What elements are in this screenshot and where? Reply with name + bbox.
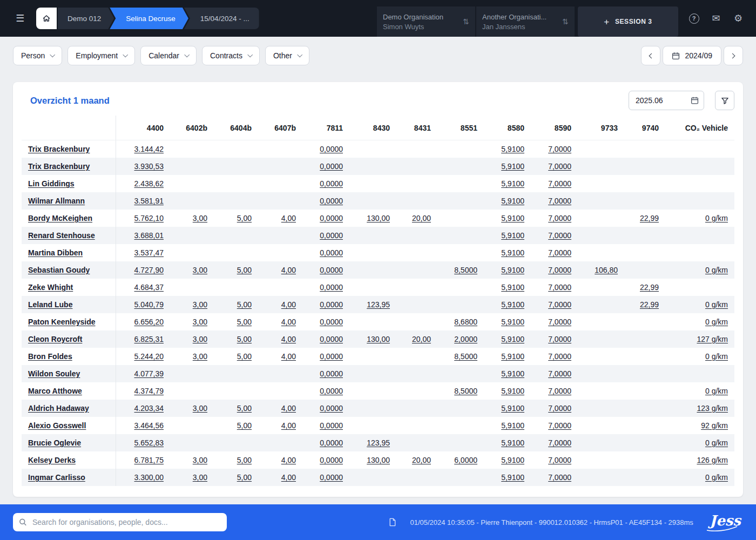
cell-value-link[interactable]: 2,0000 xyxy=(454,335,477,343)
cell-value-link[interactable]: 5,9100 xyxy=(501,283,524,292)
cell-value-link[interactable]: 4,00 xyxy=(281,352,296,361)
cell-value-link[interactable]: 123 g/km xyxy=(697,404,728,413)
settings-button[interactable]: ⚙ xyxy=(732,12,745,25)
cell-value-link[interactable]: 4.684,37 xyxy=(134,283,164,292)
cell-value-link[interactable]: 5,9100 xyxy=(501,456,524,464)
breadcrumb-tab-15-04-2024[interactable]: 15/04/2024 - ... xyxy=(184,8,259,29)
cell-value-link[interactable]: 3.144,42 xyxy=(134,145,164,153)
row-name-link[interactable]: Leland Lube xyxy=(28,300,72,309)
cell-value-link[interactable]: 5,9100 xyxy=(501,231,524,240)
cell-value-link[interactable]: 4,00 xyxy=(281,421,296,430)
row-name-link[interactable]: Cleon Roycroft xyxy=(28,335,82,343)
cell-value-link[interactable]: 6.825,31 xyxy=(134,335,164,343)
cell-value-link[interactable]: 3.688,01 xyxy=(134,231,164,240)
cell-value-link[interactable]: 5,00 xyxy=(237,335,252,343)
cell-value-link[interactable]: 7,0000 xyxy=(548,231,571,240)
cell-value-link[interactable]: 7,0000 xyxy=(548,214,571,222)
cell-value-link[interactable]: 8,5000 xyxy=(454,387,477,395)
cell-value-link[interactable]: 20,00 xyxy=(412,456,431,464)
cell-value-link[interactable]: 3,00 xyxy=(193,456,207,464)
cell-value-link[interactable]: 22,99 xyxy=(640,214,659,222)
cell-value-link[interactable]: 7,0000 xyxy=(548,300,571,309)
row-name-link[interactable]: Bron Foldes xyxy=(28,352,72,361)
cell-value-link[interactable]: 123,95 xyxy=(367,300,390,309)
cell-value-link[interactable]: 4.077,39 xyxy=(134,369,164,378)
cell-value-link[interactable]: 0 g/km xyxy=(705,318,728,326)
cell-value-link[interactable]: 0,0000 xyxy=(320,179,343,188)
cell-value-link[interactable]: 5,00 xyxy=(237,421,252,430)
cell-value-link[interactable]: 5,00 xyxy=(237,404,252,413)
cell-value-link[interactable]: 7,0000 xyxy=(548,456,571,464)
row-name-link[interactable]: Brucie Oglevie xyxy=(28,438,81,447)
cell-value-link[interactable]: 7,0000 xyxy=(548,387,571,395)
cell-value-link[interactable]: 8,6800 xyxy=(454,318,477,326)
cell-value-link[interactable]: 3.930,53 xyxy=(134,162,164,171)
cell-value-link[interactable]: 6.781,75 xyxy=(134,456,164,464)
cell-value-link[interactable]: 0,0000 xyxy=(320,335,343,343)
row-name-link[interactable]: Wilmar Allmann xyxy=(28,197,85,205)
cell-value-link[interactable]: 22,99 xyxy=(640,300,659,309)
cell-value-link[interactable]: 7,0000 xyxy=(548,145,571,153)
cell-value-link[interactable]: 5,9100 xyxy=(501,214,524,222)
cell-value-link[interactable]: 7,0000 xyxy=(548,369,571,378)
row-name-link[interactable]: Aldrich Hadaway xyxy=(28,404,89,413)
cell-value-link[interactable]: 5,9100 xyxy=(501,335,524,343)
cell-value-link[interactable]: 5,00 xyxy=(237,318,252,326)
cell-value-link[interactable]: 5,9100 xyxy=(501,179,524,188)
menu-other[interactable]: Other xyxy=(265,46,309,65)
cell-value-link[interactable]: 5,9100 xyxy=(501,145,524,153)
cell-value-link[interactable]: 106,80 xyxy=(595,266,618,274)
breadcrumb-tab-selina-decruse[interactable]: Selina Decruse xyxy=(110,8,188,29)
cell-value-link[interactable]: 0,0000 xyxy=(320,197,343,205)
cell-value-link[interactable]: 0,0000 xyxy=(320,248,343,257)
cell-value-link[interactable]: 5,9100 xyxy=(501,318,524,326)
cell-value-link[interactable]: 0 g/km xyxy=(705,473,728,482)
cell-value-link[interactable]: 0,0000 xyxy=(320,266,343,274)
cell-value-link[interactable]: 127 g/km xyxy=(697,335,728,343)
cell-value-link[interactable]: 5.652,83 xyxy=(134,438,164,447)
cell-value-link[interactable]: 5,9100 xyxy=(501,438,524,447)
cell-value-link[interactable]: 5,9100 xyxy=(501,352,524,361)
cell-value-link[interactable]: 7,0000 xyxy=(548,248,571,257)
cell-value-link[interactable]: 3,00 xyxy=(193,318,207,326)
row-name-link[interactable]: Lin Giddings xyxy=(28,179,75,188)
cell-value-link[interactable]: 22,99 xyxy=(640,283,659,292)
mail-button[interactable]: ✉ xyxy=(710,12,723,25)
cell-value-link[interactable]: 0 g/km xyxy=(705,352,728,361)
cell-value-link[interactable]: 0,0000 xyxy=(320,162,343,171)
org-card-another-organisati[interactable]: Another Organisati...Jan Janssens⇅ xyxy=(476,6,575,37)
cell-value-link[interactable]: 4,00 xyxy=(281,473,296,482)
cell-value-link[interactable]: 0 g/km xyxy=(705,438,728,447)
cell-value-link[interactable]: 3,00 xyxy=(193,352,207,361)
cell-value-link[interactable]: 3,00 xyxy=(193,473,207,482)
cell-value-link[interactable]: 4,00 xyxy=(281,404,296,413)
cell-value-link[interactable]: 3,00 xyxy=(193,266,207,274)
cell-value-link[interactable]: 7,0000 xyxy=(548,421,571,430)
menu-person[interactable]: Person xyxy=(13,46,62,65)
menu-contracts[interactable]: Contracts xyxy=(202,46,260,65)
cell-value-link[interactable]: 7,0000 xyxy=(548,162,571,171)
previous-period-button[interactable] xyxy=(641,46,660,65)
cell-value-link[interactable]: 4.203,34 xyxy=(134,404,164,413)
breadcrumb-tab-demo-012[interactable]: Demo 012 xyxy=(58,8,114,29)
cell-value-link[interactable]: 5.040,79 xyxy=(134,300,164,309)
cell-value-link[interactable]: 4,00 xyxy=(281,214,296,222)
cell-value-link[interactable]: 0,0000 xyxy=(320,369,343,378)
document-button[interactable] xyxy=(388,517,397,527)
cell-value-link[interactable]: 0,0000 xyxy=(320,387,343,395)
cell-value-link[interactable]: 5,9100 xyxy=(501,248,524,257)
cell-value-link[interactable]: 4.374,79 xyxy=(134,387,164,395)
cell-value-link[interactable]: 7,0000 xyxy=(548,404,571,413)
row-name-link[interactable]: Alexio Gosswell xyxy=(28,421,86,430)
cell-value-link[interactable]: 8,5000 xyxy=(454,352,477,361)
row-name-link[interactable]: Marco Atthowe xyxy=(28,387,82,395)
cell-value-link[interactable]: 5,9100 xyxy=(501,369,524,378)
row-name-link[interactable]: Bordy McKeighen xyxy=(28,214,92,222)
cell-value-link[interactable]: 5,9100 xyxy=(501,197,524,205)
cell-value-link[interactable]: 5,00 xyxy=(237,300,252,309)
menu-employment[interactable]: Employment xyxy=(68,46,135,65)
cell-value-link[interactable]: 0 g/km xyxy=(705,214,728,222)
row-name-link[interactable]: Renard Stenhouse xyxy=(28,231,95,240)
row-name-link[interactable]: Sebastian Goudy xyxy=(28,266,90,274)
cell-value-link[interactable]: 5,9100 xyxy=(501,162,524,171)
